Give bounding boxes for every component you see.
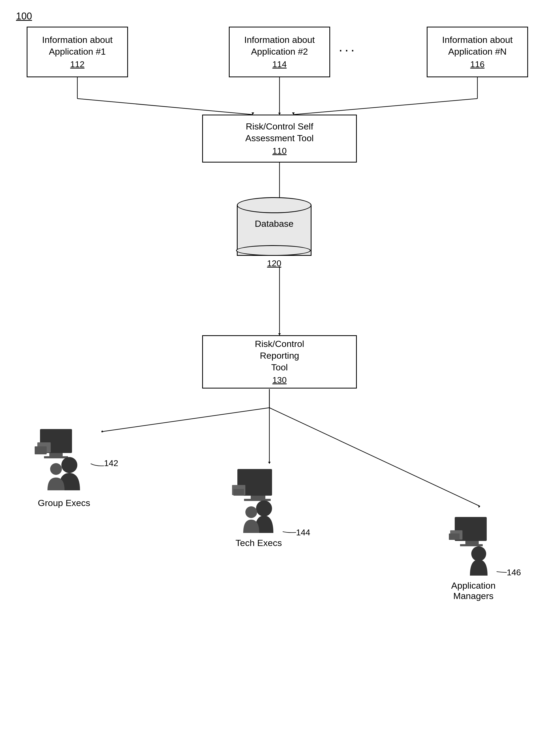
svg-marker-14 [102, 430, 103, 432]
callout-144: 144 [296, 528, 310, 538]
svg-marker-4 [278, 113, 281, 115]
database-container: Database 120 [237, 197, 312, 268]
tech-execs-icon [229, 466, 288, 536]
svg-line-17 [269, 408, 480, 506]
svg-marker-18 [478, 505, 480, 508]
svg-point-25 [50, 463, 62, 475]
svg-marker-16 [268, 462, 271, 464]
app2-id: 114 [272, 59, 286, 70]
cylinder-bottom [236, 245, 311, 256]
reporting-box: Risk/ControlReportingTool 130 [202, 335, 357, 388]
svg-rect-21 [44, 456, 68, 458]
app-managers-icon [448, 514, 499, 578]
svg-marker-2 [251, 113, 254, 115]
tech-execs-group: Tech Execs [229, 466, 288, 548]
svg-point-38 [471, 546, 486, 561]
callout-146: 146 [507, 568, 521, 577]
app1-label: Information aboutApplication #1 [42, 34, 113, 57]
group-execs-group: Group Execs [35, 426, 93, 508]
callout-142: 142 [104, 458, 118, 468]
rcsat-id: 110 [272, 145, 286, 157]
svg-rect-27 [251, 496, 265, 499]
reporting-id: 130 [272, 375, 286, 386]
appN-label: Information aboutApplication #N [442, 34, 513, 57]
svg-point-31 [256, 500, 272, 516]
svg-rect-30 [233, 489, 244, 496]
svg-rect-35 [460, 544, 483, 546]
tech-execs-label: Tech Execs [236, 538, 282, 548]
svg-marker-11 [278, 333, 281, 335]
group-execs-label: Group Execs [38, 498, 90, 508]
svg-marker-7 [292, 113, 295, 115]
appN-id: 116 [470, 59, 484, 70]
database-label: 120 [267, 258, 281, 268]
svg-line-13 [102, 408, 269, 432]
appN-box: Information aboutApplication #N 116 [427, 27, 528, 77]
app2-box: Information aboutApplication #2 114 [229, 27, 330, 77]
diagram: 100 Information aboutApplication #1 [0, 0, 559, 756]
group-execs-icon [35, 426, 93, 496]
app2-label: Information aboutApplication #2 [244, 34, 315, 57]
database-cylinder: Database [237, 197, 312, 256]
svg-rect-20 [49, 453, 63, 456]
cylinder-top [237, 197, 312, 213]
svg-rect-23 [35, 446, 47, 454]
svg-rect-34 [465, 541, 479, 544]
app1-id: 112 [70, 59, 84, 70]
ellipsis: ... [339, 39, 357, 55]
svg-rect-28 [244, 499, 271, 501]
svg-line-1 [77, 99, 253, 115]
svg-point-24 [61, 457, 77, 473]
figure-label: 100 [16, 11, 32, 22]
svg-line-6 [293, 99, 477, 115]
app-managers-label: ApplicationManagers [451, 581, 495, 601]
app-managers-group: ApplicationManagers [448, 514, 499, 601]
rcsat-label: Risk/Control SelfAssessment Tool [245, 120, 314, 144]
reporting-label: Risk/ControlReportingTool [255, 338, 304, 373]
app1-box: Information aboutApplication #1 112 [27, 27, 128, 77]
svg-rect-37 [449, 534, 460, 540]
svg-point-32 [245, 506, 257, 518]
rcsat-box: Risk/Control SelfAssessment Tool 110 [202, 115, 357, 163]
database-text: Database [237, 218, 312, 229]
